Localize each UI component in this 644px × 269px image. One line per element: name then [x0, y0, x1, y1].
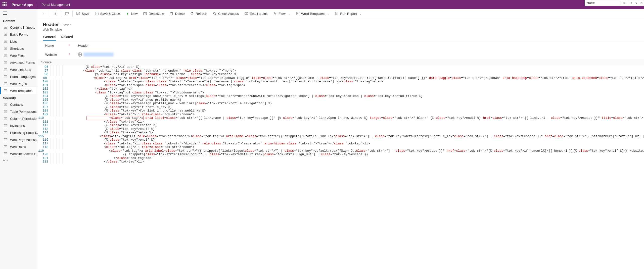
find-input[interactable]: profile: [585, 1, 620, 5]
back-button[interactable]: ←: [40, 9, 49, 18]
code-line[interactable]: 121 </class="tok-tag">a>: [38, 156, 644, 160]
nav-item-icon: [4, 89, 8, 93]
code-line[interactable]: 106 {% class="tok-key">assign profile_na…: [38, 102, 644, 105]
code-line[interactable]: 99 <class="tok-tag">a href=class="tok-st…: [38, 76, 644, 80]
code-line[interactable]: 114 {% class="tok-key">else %}: [38, 131, 644, 135]
svg-rect-15: [4, 61, 7, 64]
sidebar-item-web-roles[interactable]: Web Roles: [0, 143, 38, 150]
code-line[interactable]: 113 {% class="tok-key">endif %}: [38, 127, 644, 131]
nav-toggle-button[interactable]: [0, 9, 38, 17]
code-line[interactable]: 109 <class="tok-tag">li role=class="tok-…: [38, 113, 644, 117]
website-label: Website: [45, 53, 57, 57]
sidebar-item-web-pages[interactable]: Web Pages: [0, 80, 38, 87]
save-icon: [76, 12, 80, 16]
code-line[interactable]: 100 <class="tok-tag">span class=class="t…: [38, 80, 644, 84]
sidebar-item-column-permissions[interactable]: Column Permissio...: [0, 115, 38, 122]
find-next-icon[interactable]: ∨: [634, 0, 639, 6]
sidebar-item-content-snippets[interactable]: Content Snippets: [0, 24, 38, 31]
code-line[interactable]: 115 <class="tok-tag">li role=class="tok-…: [38, 135, 644, 138]
find-prev-icon[interactable]: ∧: [629, 0, 634, 6]
sidebar-item-contacts[interactable]: Contacts: [0, 101, 38, 108]
code-line[interactable]: 98 {% class="tok-key">assign username=us…: [38, 73, 644, 76]
nav-item-label: Web Link Sets: [10, 68, 31, 72]
svg-rect-39: [4, 124, 7, 127]
word-templates-button[interactable]: Word Templates⌄: [293, 9, 332, 18]
code-line[interactable]: 122 </class="tok-tag">li>: [38, 160, 644, 164]
sidebar-item-website-access[interactable]: Website Access P...: [0, 150, 38, 157]
record-set-button[interactable]: [51, 9, 60, 18]
tab-related[interactable]: Related: [61, 35, 73, 41]
tab-general[interactable]: General: [43, 35, 56, 41]
nav-item-label: Web Templates: [10, 89, 32, 93]
nav-section-security: Security: [0, 94, 38, 101]
nav-item-label: Advanced Forms: [10, 61, 35, 65]
left-nav: Content Content SnippetsBasic FormsLists…: [0, 9, 38, 269]
code-line[interactable]: 97 <class="tok-tag">li class=class="tok-…: [38, 69, 644, 73]
line-number: 109: [38, 113, 50, 117]
nav-section-content: Content: [0, 17, 38, 24]
nav-item-icon: [4, 75, 8, 79]
code-line[interactable]: 102 </class="tok-tag">a>: [38, 87, 644, 91]
line-number: 115: [38, 135, 46, 138]
sidebar-item-portal-languages[interactable]: Portal Languages: [0, 73, 38, 80]
svg-rect-21: [4, 75, 7, 78]
new-button[interactable]: +New: [123, 9, 140, 18]
source-editor[interactable]: 96 {% class="tok-key">if user %}97 <clas…: [38, 65, 644, 269]
code-line[interactable]: 112 {% class="tok-key">endfor %}: [38, 124, 644, 127]
sidebar-item-lists[interactable]: Lists: [0, 38, 38, 45]
sidebar-item-web-link-sets[interactable]: Web Link Sets: [0, 66, 38, 73]
refresh-button[interactable]: Refresh: [188, 9, 210, 18]
flow-button[interactable]: Flow⌄: [270, 9, 292, 18]
code-line[interactable]: 105 {% class="tok-key">if show_profile_n…: [38, 98, 644, 102]
nav-item-icon: [4, 124, 8, 128]
find-close-icon[interactable]: ✕: [639, 0, 644, 6]
line-number: 122: [38, 160, 50, 164]
delete-button[interactable]: Delete: [167, 9, 187, 18]
code-line[interactable]: 118 <class="tok-tag">li role=class="tok-…: [38, 145, 644, 149]
sidebar-item-basic-forms[interactable]: Basic Forms: [0, 31, 38, 38]
code-line[interactable]: 104 {% class="tok-key">assign show_profi…: [38, 94, 644, 98]
svg-rect-69: [336, 14, 336, 15]
code-line[interactable]: 116 {% class="tok-key">endif %}: [38, 138, 644, 142]
code-line[interactable]: 101 <class="tok-tag">span class=class="t…: [38, 84, 644, 87]
line-number: 104: [38, 94, 50, 98]
code-line[interactable]: 110 <class="tok-tag">a aria-label=class=…: [38, 116, 644, 120]
save-close-button[interactable]: Save & Close: [92, 9, 123, 18]
nav-item-icon: [4, 138, 8, 142]
code-line[interactable]: 103 <class="tok-tag">ul class=class="tok…: [38, 91, 644, 95]
code-line[interactable]: 96 {% class="tok-key">if user %}: [38, 65, 644, 69]
name-input[interactable]: Header: [78, 44, 89, 47]
sidebar-item-advanced-forms[interactable]: Advanced Forms: [0, 59, 38, 66]
save-button[interactable]: Save: [74, 9, 92, 18]
globe-icon: [78, 52, 82, 57]
check-access-button[interactable]: Check Access: [210, 9, 241, 18]
sidebar-item-publishing-states[interactable]: Publishing State T...: [0, 129, 38, 136]
open-new-window-button[interactable]: [62, 9, 71, 18]
code-line[interactable]: 117 <class="tok-tag">li class=class="tok…: [38, 142, 644, 146]
line-number: 117: [38, 142, 50, 146]
code-line[interactable]: 119 <class="tok-tag">a aria-label=class=…: [38, 149, 644, 153]
run-report-button[interactable]: Run Report⌄: [332, 9, 364, 18]
sidebar-item-web-files[interactable]: Web Files: [0, 52, 38, 59]
sidebar-item-web-page-access[interactable]: Web Page Access ...: [0, 136, 38, 143]
flow-icon: [273, 12, 277, 16]
nav-item-icon: [4, 61, 8, 65]
email-link-button[interactable]: Email a Link: [242, 9, 270, 18]
code-line[interactable]: 111 </class="tok-tag">li>: [38, 120, 644, 124]
website-lookup[interactable]: [78, 52, 114, 57]
nav-item-label: Portal Languages: [10, 75, 36, 79]
report-icon: [335, 12, 339, 16]
sidebar-item-web-templates[interactable]: Web Templates: [0, 87, 38, 94]
sidebar-item-invitations[interactable]: Invitations: [0, 122, 38, 129]
svg-rect-60: [144, 13, 147, 15]
deactivate-button[interactable]: Deactivate: [141, 9, 166, 18]
sidebar-item-shortcuts[interactable]: Shortcuts: [0, 45, 38, 52]
svg-rect-18: [4, 68, 7, 71]
code-line[interactable]: 108 {% class="tok-key">for link in profi…: [38, 109, 644, 113]
required-indicator: *: [68, 44, 70, 47]
deactivate-icon: [143, 12, 147, 16]
code-line[interactable]: 107 {% class="tok-key">if profile_nav %}: [38, 105, 644, 109]
code-line[interactable]: 120 {{ snippets[class="tok-str">"links/l…: [38, 153, 644, 156]
app-launcher-icon[interactable]: [3, 2, 7, 7]
sidebar-item-table-permissions[interactable]: Table Permissions: [0, 108, 38, 115]
